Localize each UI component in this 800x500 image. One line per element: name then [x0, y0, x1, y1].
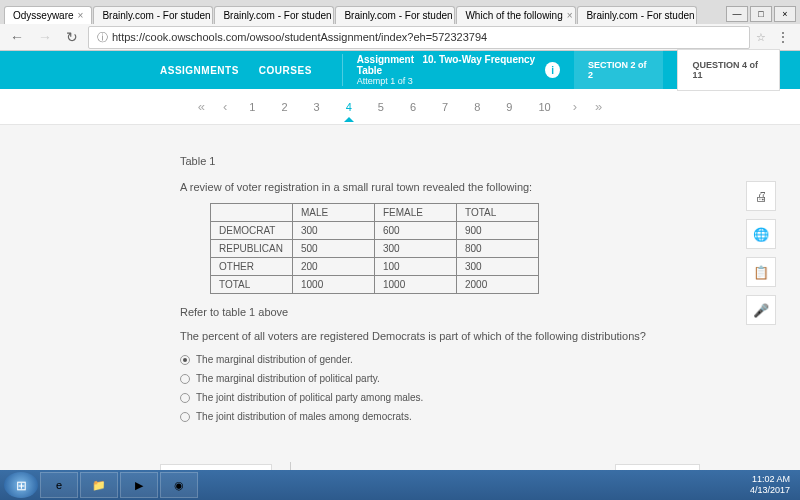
option-label: The marginal distribution of political p…	[196, 373, 380, 384]
page-number[interactable]: 8	[470, 93, 484, 121]
taskbar-item[interactable]: e	[40, 472, 78, 498]
table-cell: MALE	[293, 204, 375, 222]
browser-tab[interactable]: Brainly.com - For studen×	[93, 6, 213, 24]
nav-courses[interactable]: COURSES	[259, 65, 312, 76]
site-info-icon[interactable]: ⓘ	[97, 30, 108, 45]
close-icon[interactable]: ×	[567, 10, 573, 21]
question-pager: « ‹ 1 2 3 4 5 6 7 8 9 10 › »	[0, 89, 800, 125]
url-text: https://cook.owschools.com/owsoo/student…	[112, 31, 487, 43]
table-row: OTHER200100300	[211, 258, 539, 276]
page-number[interactable]: 1	[245, 93, 259, 121]
page-number[interactable]: 7	[438, 93, 452, 121]
table-row: MALE FEMALE TOTAL	[211, 204, 539, 222]
table-row: REPUBLICAN500300800	[211, 240, 539, 258]
info-icon[interactable]: i	[545, 62, 560, 78]
reload-button[interactable]: ↻	[62, 29, 82, 45]
tab-label: Brainly.com - For studen	[344, 10, 452, 21]
windows-icon: ⊞	[16, 478, 27, 493]
browser-tabs: Odysseyware× Brainly.com - For studen× B…	[0, 0, 800, 24]
maximize-button[interactable]: □	[750, 6, 772, 22]
attempt-label: Attempt 1 of 3	[357, 76, 545, 86]
option-label: The joint distribution of political part…	[196, 392, 423, 403]
data-table: MALE FEMALE TOTAL DEMOCRAT300600900 REPU…	[210, 203, 539, 294]
close-icon[interactable]: ×	[78, 10, 84, 21]
system-tray[interactable]: 11:02 AM 4/13/2017	[750, 474, 796, 496]
table-cell	[211, 204, 293, 222]
page-number[interactable]: 6	[406, 93, 420, 121]
tab-label: Odysseyware	[13, 10, 74, 21]
page-number-active[interactable]: 4	[342, 93, 356, 121]
radio-icon[interactable]	[180, 374, 190, 384]
answer-option[interactable]: The marginal distribution of gender.	[180, 354, 720, 365]
question-text: The percent of all voters are registered…	[180, 330, 720, 342]
refer-text: Refer to table 1 above	[180, 306, 720, 318]
taskbar-item[interactable]: 📁	[80, 472, 118, 498]
question-content: Table 1 A review of voter registration i…	[180, 155, 720, 422]
pager-next-icon[interactable]: ›	[573, 99, 577, 114]
answer-option[interactable]: The joint distribution of political part…	[180, 392, 720, 403]
back-button[interactable]: ←	[6, 29, 28, 45]
minimize-button[interactable]: —	[726, 6, 748, 22]
tab-label: Which of the following	[465, 10, 562, 21]
assignment-info: Assignment 10. Two-Way Frequency Table A…	[342, 54, 545, 86]
menu-icon[interactable]: ⋮	[772, 29, 794, 45]
globe-button[interactable]: 🌐	[746, 219, 776, 249]
windows-taskbar: ⊞ e 📁 ▶ ◉ 11:02 AM 4/13/2017	[0, 470, 800, 500]
option-label: The joint distribution of males among de…	[196, 411, 412, 422]
tab-label: Brainly.com - For studen	[223, 10, 331, 21]
mic-icon: 🎤	[753, 303, 769, 318]
page-number[interactable]: 9	[502, 93, 516, 121]
clock-time: 11:02 AM	[750, 474, 790, 485]
table-cell: TOTAL	[457, 204, 539, 222]
taskbar-item[interactable]: ◉	[160, 472, 198, 498]
globe-icon: 🌐	[753, 227, 769, 242]
clock-date: 4/13/2017	[750, 485, 790, 496]
start-button[interactable]: ⊞	[4, 472, 38, 498]
side-toolbar: 🖨 🌐 📋 🎤	[746, 181, 776, 325]
browser-tab[interactable]: Odysseyware×	[4, 6, 92, 24]
answer-option[interactable]: The marginal distribution of political p…	[180, 373, 720, 384]
assignment-label: Assignment	[357, 54, 414, 65]
radio-icon[interactable]	[180, 393, 190, 403]
question-indicator[interactable]: QUESTION 4 of 11	[677, 49, 780, 91]
forward-button[interactable]: →	[34, 29, 56, 45]
copy-button[interactable]: 📋	[746, 257, 776, 287]
table-row: DEMOCRAT300600900	[211, 222, 539, 240]
browser-tab[interactable]: Brainly.com - For studen×	[214, 6, 334, 24]
copy-icon: 📋	[753, 265, 769, 280]
page-number[interactable]: 5	[374, 93, 388, 121]
option-label: The marginal distribution of gender.	[196, 354, 353, 365]
radio-icon[interactable]	[180, 412, 190, 422]
print-button[interactable]: 🖨	[746, 181, 776, 211]
section-indicator[interactable]: SECTION 2 of 2	[574, 50, 663, 90]
taskbar-item[interactable]: ▶	[120, 472, 158, 498]
mic-button[interactable]: 🎤	[746, 295, 776, 325]
table-cell: FEMALE	[375, 204, 457, 222]
answer-option[interactable]: The joint distribution of males among de…	[180, 411, 720, 422]
address-bar[interactable]: ⓘ https://cook.owschools.com/owsoo/stude…	[88, 26, 750, 49]
pager-last-icon[interactable]: »	[595, 99, 602, 114]
pager-prev-icon[interactable]: ‹	[223, 99, 227, 114]
print-icon: 🖨	[755, 189, 768, 204]
radio-icon[interactable]	[180, 355, 190, 365]
page-number[interactable]: 3	[310, 93, 324, 121]
nav-assignments[interactable]: ASSIGNMENTS	[160, 65, 239, 76]
table-title: Table 1	[180, 155, 720, 167]
page-number[interactable]: 10	[534, 93, 554, 121]
tab-label: Brainly.com - For studen	[586, 10, 694, 21]
close-button[interactable]: ×	[774, 6, 796, 22]
browser-tab[interactable]: Brainly.com - For studen×	[335, 6, 455, 24]
table-row: TOTAL100010002000	[211, 276, 539, 294]
intro-text: A review of voter registration in a smal…	[180, 181, 720, 193]
browser-tab[interactable]: Which of the following×	[456, 6, 576, 24]
pager-first-icon[interactable]: «	[198, 99, 205, 114]
page-number[interactable]: 2	[277, 93, 291, 121]
app-header: ASSIGNMENTS COURSES Assignment 10. Two-W…	[0, 51, 800, 89]
tab-label: Brainly.com - For studen	[102, 10, 210, 21]
bookmark-icon[interactable]: ☆	[756, 31, 766, 44]
browser-tab[interactable]: Brainly.com - For studen×	[577, 6, 697, 24]
